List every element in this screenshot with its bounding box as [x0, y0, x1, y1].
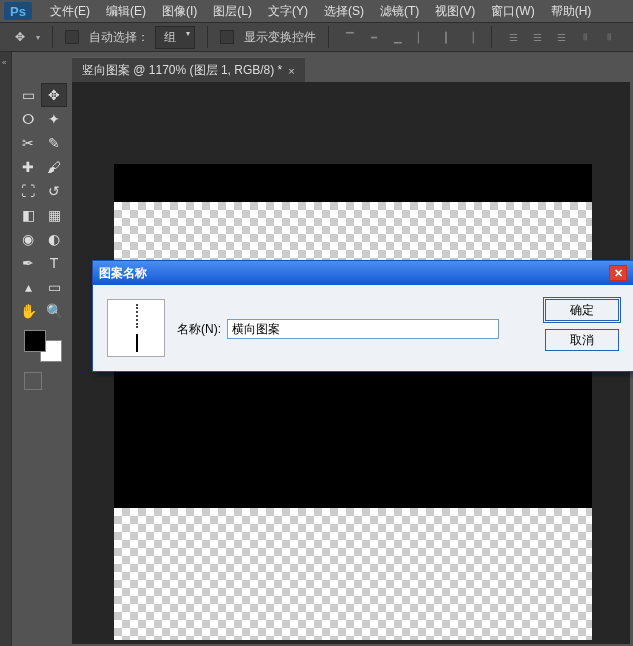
- close-button[interactable]: ✕: [609, 265, 627, 281]
- align-top-icon[interactable]: ▔: [341, 29, 359, 45]
- stamp-tool[interactable]: ⛶: [16, 180, 40, 202]
- app-logo: Ps: [4, 2, 32, 20]
- pen-tool[interactable]: ✒: [16, 252, 40, 274]
- menu-select[interactable]: 选择(S): [316, 3, 372, 20]
- name-input[interactable]: [227, 319, 499, 339]
- menu-help[interactable]: 帮助(H): [543, 3, 600, 20]
- dialog-titlebar[interactable]: 图案名称 ✕: [93, 261, 633, 285]
- menu-edit[interactable]: 编辑(E): [98, 3, 154, 20]
- align-hcenter-icon[interactable]: ┃: [437, 29, 455, 45]
- blur-tool[interactable]: ◉: [16, 228, 40, 250]
- name-field-group: 名称(N):: [177, 319, 499, 339]
- divider: [207, 26, 208, 48]
- preview-solid-line: [136, 334, 138, 352]
- healing-tool[interactable]: ✚: [16, 156, 40, 178]
- menu-window[interactable]: 窗口(W): [483, 3, 542, 20]
- toolbox: ▭ ✥ ⵔ ✦ ✂ ✎ ✚ 🖌 ⛶ ↺ ◧ ▦ ◉ ◐ ✒ T ▴ ▭ ✋ 🔍: [12, 80, 70, 394]
- lasso-tool[interactable]: ⵔ: [16, 108, 40, 130]
- brush-tool[interactable]: 🖌: [42, 156, 66, 178]
- panel-collapse-strip[interactable]: «: [0, 52, 12, 646]
- options-bar: ✥ ▾ 自动选择： 组 显示变换控件 ▔ ━ ▁ ▏ ┃ ▕ ☰ ☰ ☰ ⦀ ⦀: [0, 22, 633, 52]
- pattern-name-dialog: 图案名称 ✕ 名称(N): 确定 取消: [92, 260, 633, 372]
- preview-dashed-line: [136, 304, 138, 328]
- name-label: 名称(N):: [177, 321, 221, 338]
- dodge-tool[interactable]: ◐: [42, 228, 66, 250]
- eraser-tool[interactable]: ◧: [16, 204, 40, 226]
- align-vcenter-icon[interactable]: ━: [365, 29, 383, 45]
- eyedropper-tool[interactable]: ✎: [42, 132, 66, 154]
- quick-mask-toggle[interactable]: [24, 372, 42, 390]
- menu-filter[interactable]: 滤镜(T): [372, 3, 427, 20]
- magic-wand-tool[interactable]: ✦: [42, 108, 66, 130]
- menu-bar: Ps 文件(E) 编辑(E) 图像(I) 图层(L) 文字(Y) 选择(S) 滤…: [0, 0, 633, 22]
- collapse-icon: «: [2, 58, 6, 67]
- dialog-title: 图案名称: [99, 265, 147, 282]
- distribute-bottom-icon[interactable]: ☰: [552, 29, 570, 45]
- cancel-button[interactable]: 取消: [545, 329, 619, 351]
- align-bottom-icon[interactable]: ▁: [389, 29, 407, 45]
- canvas[interactable]: [114, 164, 592, 640]
- hand-tool[interactable]: ✋: [16, 300, 40, 322]
- divider: [491, 26, 492, 48]
- distribute-vcenter-icon[interactable]: ☰: [528, 29, 546, 45]
- crop-tool[interactable]: ✂: [16, 132, 40, 154]
- transparent-region: [114, 508, 592, 640]
- type-tool[interactable]: T: [42, 252, 66, 274]
- history-brush-tool[interactable]: ↺: [42, 180, 66, 202]
- gradient-tool[interactable]: ▦: [42, 204, 66, 226]
- divider: [52, 26, 53, 48]
- document-tab[interactable]: 竖向图案 @ 1170% (图层 1, RGB/8) * ×: [72, 57, 305, 83]
- auto-select-label: 自动选择：: [89, 29, 149, 46]
- document-tab-bar: 竖向图案 @ 1170% (图层 1, RGB/8) * ×: [72, 58, 305, 82]
- pattern-preview: [107, 299, 165, 357]
- tab-title: 竖向图案 @ 1170% (图层 1, RGB/8) *: [82, 62, 282, 79]
- color-swatch[interactable]: [24, 330, 62, 362]
- auto-select-checkbox[interactable]: [65, 30, 79, 44]
- align-right-icon[interactable]: ▕: [461, 29, 479, 45]
- menu-file[interactable]: 文件(E): [42, 3, 98, 20]
- move-tool[interactable]: ✥: [42, 84, 66, 106]
- align-left-icon[interactable]: ▏: [413, 29, 431, 45]
- show-transform-label: 显示变换控件: [244, 29, 316, 46]
- divider: [328, 26, 329, 48]
- menu-image[interactable]: 图像(I): [154, 3, 205, 20]
- auto-select-dropdown[interactable]: 组: [155, 26, 195, 49]
- menu-view[interactable]: 视图(V): [427, 3, 483, 20]
- shape-tool[interactable]: ▭: [42, 276, 66, 298]
- distribute-top-icon[interactable]: ☰: [504, 29, 522, 45]
- distribute-hcenter-icon[interactable]: ⦀: [600, 29, 618, 45]
- menu-layer[interactable]: 图层(L): [205, 3, 260, 20]
- zoom-tool[interactable]: 🔍: [42, 300, 66, 322]
- show-transform-checkbox[interactable]: [220, 30, 234, 44]
- close-icon[interactable]: ×: [288, 65, 294, 77]
- marquee-tool[interactable]: ▭: [16, 84, 40, 106]
- move-tool-indicator: ✥: [10, 27, 30, 47]
- menu-type[interactable]: 文字(Y): [260, 3, 316, 20]
- foreground-color[interactable]: [24, 330, 46, 352]
- path-select-tool[interactable]: ▴: [16, 276, 40, 298]
- distribute-left-icon[interactable]: ⦀: [576, 29, 594, 45]
- ok-button[interactable]: 确定: [545, 299, 619, 321]
- dialog-body: 名称(N): 确定 取消: [93, 285, 633, 371]
